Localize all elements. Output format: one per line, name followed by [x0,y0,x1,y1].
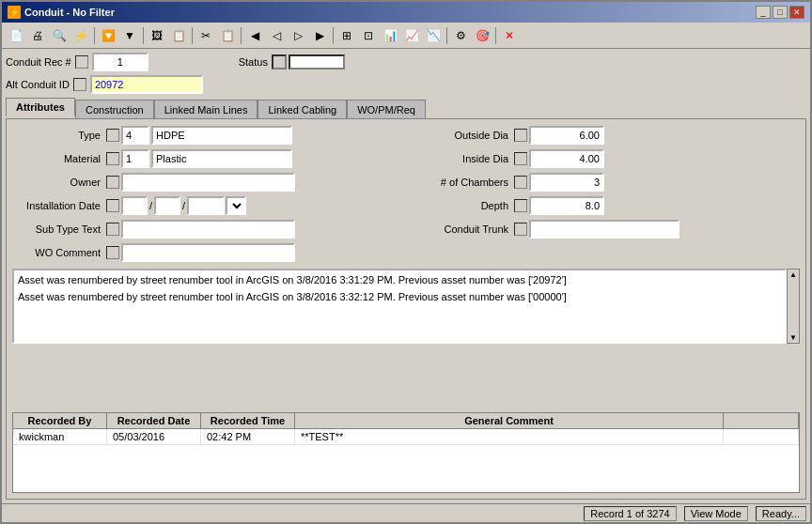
depth-label: Depth [411,200,514,211]
close-button[interactable]: ✕ [789,6,804,19]
th-recorded-time: Recorded Time [201,413,295,428]
toolbar: 📄 🖨 🔍 ⚡ 🔽 ▼ 🖼 📋 ✂ 📋 ◀ ◁ ▷ ▶ ⊞ ⊡ 📊 📈 📉 ⚙ … [2,23,810,49]
type-code-input[interactable] [121,126,149,145]
maximize-button[interactable]: □ [773,6,788,19]
conduit-rec-indicator [75,55,88,69]
tab-wo-pm-req[interactable]: WO/PM/Req [347,100,426,118]
toolbar-sep-7 [495,27,496,44]
material-indicator [106,152,119,165]
tab-construction[interactable]: Construction [75,100,154,118]
status-input[interactable] [289,54,345,69]
tb-next-last-button[interactable]: ▶ [309,25,330,46]
depth-input[interactable] [529,196,604,215]
tb-chart2-button[interactable]: 📈 [401,25,422,46]
tb-filter-button[interactable]: 🔽 [98,25,118,46]
date-dropdown[interactable] [226,196,246,215]
inside-dia-input[interactable] [529,149,604,168]
depth-row: Depth [411,195,800,216]
toolbar-sep-6 [446,27,447,44]
toolbar-sep-3 [192,27,193,44]
minimize-button[interactable]: _ [756,6,771,19]
ready-status: Ready... [756,506,806,521]
type-row: Type [12,125,401,146]
wo-comment-label: WO Comment [12,247,106,258]
conduit-trunk-input[interactable] [529,220,679,239]
tab-linked-main-lines[interactable]: Linked Main Lines [154,100,258,118]
form-section: Type Material Owner [12,125,800,263]
tab-bar: Attributes Construction Linked Main Line… [6,98,806,118]
th-recorded-by: Recorded By [13,413,107,428]
table-row: kwickman 05/03/2016 02:42 PM **TEST** [13,429,799,445]
tb-copy-button[interactable]: 📋 [217,25,238,46]
owner-row: Owner [12,172,401,193]
notes-area: Asset was renumbered by street renumber … [12,269,787,344]
tb-new-button[interactable]: 📄 [6,25,26,46]
toolbar-sep-2 [143,27,144,44]
conduit-trunk-row: Conduit Trunk [411,219,800,239]
tb-prev-first-button[interactable]: ◀ [244,25,265,46]
tb-search-button[interactable]: 🔍 [49,25,70,46]
table-header: Recorded By Recorded Date Recorded Time … [13,413,799,429]
alt-conduit-input[interactable] [90,75,203,94]
type-label: Type [12,130,106,141]
notes-container: Asset was renumbered by street renumber … [12,269,800,407]
outside-dia-indicator [514,129,527,142]
material-row: Material [12,148,401,169]
status-bar: Record 1 of 3274 View Mode Ready... [2,503,810,522]
material-value-input[interactable] [151,149,292,168]
tb-flash-button[interactable]: ⚡ [70,25,91,46]
status-label: Status [239,56,268,68]
scroll-up-arrow[interactable]: ▲ [789,270,798,280]
outside-dia-row: Outside Dia [411,125,800,146]
installation-date-label: Installation Date [12,200,106,211]
title-bar-left: ⚡ Conduit - No Filter [8,6,115,19]
td-recorded-time: 02:42 PM [201,429,295,444]
tb-target-button[interactable]: 🎯 [472,25,492,46]
date-inputs: / / [121,196,246,215]
toolbar-sep-1 [94,27,95,44]
tb-cut-button[interactable]: ✂ [195,25,216,46]
tb-grid-button[interactable]: ⊞ [336,25,357,46]
conduit-rec-input[interactable] [92,53,148,71]
tb-settings-button[interactable]: ⚙ [450,25,471,46]
type-value-input[interactable] [151,126,292,145]
date-year-input[interactable] [187,196,225,215]
status-indicator-1 [272,54,287,69]
note-line-1: Asset was renumbered by street renumber … [18,274,781,285]
tb-print-button[interactable]: 🖨 [27,25,48,46]
depth-indicator [514,199,527,212]
wo-comment-indicator [106,246,119,259]
tb-chart3-button[interactable]: 📉 [423,25,444,46]
sub-type-input[interactable] [121,220,295,239]
tb-doc-button[interactable]: 📋 [168,25,189,46]
installation-date-row: Installation Date / / [12,195,401,216]
tb-frame-button[interactable]: 🖼 [147,25,167,46]
comment-table: Recorded By Recorded Date Recorded Time … [12,412,800,493]
outside-dia-input[interactable] [529,126,604,145]
tb-prev-button[interactable]: ◁ [266,25,287,46]
date-month-input[interactable] [121,196,148,215]
main-content: Conduit Rec # Status Alt Conduit ID Attr… [2,49,810,503]
tb-chart1-button[interactable]: 📊 [380,25,400,46]
td-recorded-by: kwickman [13,429,107,444]
outside-dia-label: Outside Dia [411,130,514,141]
owner-input[interactable] [121,173,295,192]
material-code-input[interactable] [121,149,149,168]
tb-grid2-button[interactable]: ⊡ [358,25,379,46]
tab-linked-cabling[interactable]: Linked Cabling [258,100,347,118]
date-day-input[interactable] [154,196,180,215]
conduit-trunk-label: Conduit Trunk [411,223,514,235]
scroll-down-arrow[interactable]: ▼ [789,332,798,343]
tab-attributes[interactable]: Attributes [6,98,75,116]
notes-scrollbar[interactable]: ▲ ▼ [787,269,800,344]
chambers-input[interactable] [529,173,604,192]
tb-filter2-button[interactable]: ▼ [119,25,140,46]
wo-comment-input[interactable] [121,243,295,262]
sub-type-label: Sub Type Text [12,223,106,235]
tb-next-button[interactable]: ▷ [288,25,308,46]
table-body: kwickman 05/03/2016 02:42 PM **TEST** [13,429,799,492]
inside-dia-row: Inside Dia [411,148,800,169]
chambers-indicator [514,176,527,189]
tb-cancel-button[interactable]: ✕ [499,25,520,46]
form-right: Outside Dia Inside Dia # of Chambers [411,125,800,263]
